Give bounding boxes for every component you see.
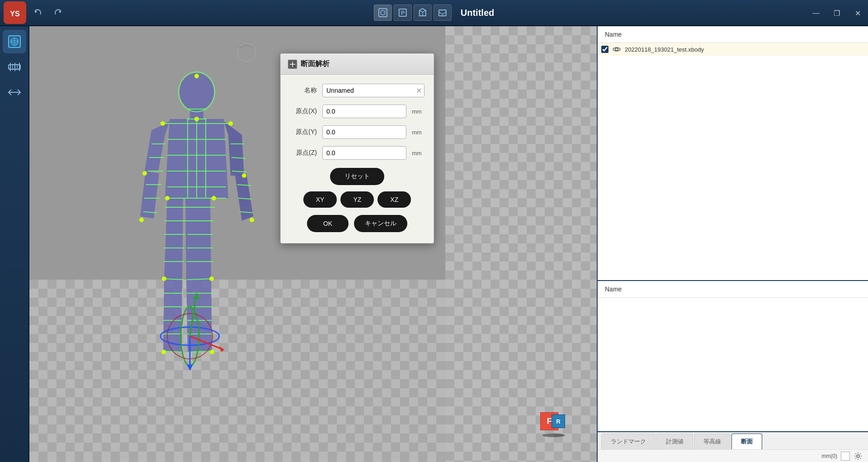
dialog-name-label: 名称 bbox=[290, 86, 317, 95]
sidebar-item-measurements[interactable] bbox=[3, 55, 26, 79]
dialog-origin-z-label: 原点(Z) bbox=[290, 149, 317, 157]
statusbar: mm(0) bbox=[598, 449, 868, 462]
svg-point-123 bbox=[165, 196, 170, 200]
sidebar-item-arrows[interactable] bbox=[3, 81, 26, 104]
title-tab-1[interactable] bbox=[374, 5, 392, 21]
svg-point-126 bbox=[209, 276, 214, 281]
status-unit-text: mm(0) bbox=[821, 453, 837, 459]
sidebar-item-3dview[interactable] bbox=[3, 30, 26, 53]
app-logo: YS bbox=[4, 1, 26, 24]
panel-item-name: 20220118_193021_test.xbody bbox=[625, 46, 704, 53]
redo-button[interactable] bbox=[50, 5, 66, 21]
reset-button[interactable]: リセット bbox=[330, 168, 384, 185]
svg-point-115 bbox=[194, 74, 199, 78]
title-tab-4[interactable] bbox=[434, 5, 452, 21]
undo-button[interactable] bbox=[30, 5, 46, 21]
dialog-origin-x-input[interactable] bbox=[323, 105, 406, 118]
svg-point-121 bbox=[242, 173, 246, 178]
bottom-tab-measurement[interactable]: 計測値 bbox=[656, 433, 693, 449]
svg-point-122 bbox=[250, 218, 254, 222]
status-color-box[interactable] bbox=[841, 452, 850, 461]
title-tab-2[interactable] bbox=[394, 5, 412, 21]
title-tabs bbox=[374, 5, 452, 21]
panel-item-checkbox[interactable] bbox=[601, 46, 609, 53]
svg-point-124 bbox=[212, 196, 216, 200]
panel-bottom-header: Name bbox=[598, 281, 868, 298]
main-content: F R 断面解析 名称 ✕ bbox=[0, 26, 868, 462]
ok-button[interactable]: OK bbox=[307, 215, 349, 232]
dialog-origin-y-label: 原点(Y) bbox=[290, 128, 317, 136]
window-controls: — ❐ ✕ bbox=[806, 0, 868, 26]
fr-cube-right-face: R bbox=[552, 414, 565, 428]
dialog-origin-x-unit: mm bbox=[412, 108, 425, 115]
status-settings-icon[interactable] bbox=[854, 452, 863, 461]
panel-bottom-section: Name ランドマーク計測値等高線断面 mm(0) bbox=[598, 281, 868, 462]
cancel-button[interactable]: キャンセル bbox=[354, 215, 407, 232]
bottom-tab-landmark[interactable]: ランドマーク bbox=[601, 433, 656, 449]
app-title: Untitled bbox=[461, 8, 494, 18]
dialog-name-row: 名称 ✕ bbox=[281, 80, 434, 101]
panel-item-row[interactable]: 20220118_193021_test.xbody bbox=[598, 43, 868, 56]
svg-point-142 bbox=[615, 48, 618, 51]
dialog-origin-z-unit: mm bbox=[412, 150, 425, 157]
right-panel: Name 20220118_193021_test.xbody Name bbox=[597, 26, 868, 462]
fr-cube-shadow bbox=[542, 433, 565, 437]
dialog-origin-z-row: 原点(Z) ✕ mm bbox=[281, 143, 434, 163]
xy-button[interactable]: XY bbox=[303, 191, 337, 208]
svg-point-125 bbox=[162, 276, 166, 281]
dialog-panel: 断面解析 名称 ✕ 原点(X) ✕ mm 原点( bbox=[280, 53, 434, 243]
svg-point-128 bbox=[210, 350, 214, 354]
svg-point-3 bbox=[381, 10, 385, 15]
viewport[interactable]: F R 断面解析 名称 ✕ bbox=[29, 26, 597, 462]
dialog-action-row: OK キャンセル bbox=[281, 211, 434, 234]
svg-rect-2 bbox=[379, 9, 387, 17]
svg-point-143 bbox=[857, 455, 859, 457]
svg-point-120 bbox=[139, 218, 144, 222]
dialog-name-clear-button[interactable]: ✕ bbox=[413, 85, 424, 96]
dialog-title: 断面解析 bbox=[301, 59, 330, 69]
bottom-tab-contour[interactable]: 等高線 bbox=[694, 433, 731, 449]
dialog-origin-z-input-wrap: ✕ bbox=[322, 146, 406, 160]
dialog-origin-x-label: 原点(X) bbox=[290, 107, 317, 115]
dialog-header-icon bbox=[288, 60, 297, 69]
title-tab-3[interactable] bbox=[414, 5, 432, 21]
titlebar: YS bbox=[0, 0, 868, 26]
dialog-name-input-wrap: ✕ bbox=[322, 84, 425, 97]
svg-point-116 bbox=[194, 117, 199, 121]
svg-point-118 bbox=[228, 121, 233, 126]
xz-button[interactable]: XZ bbox=[377, 191, 411, 208]
panel-eye-icon[interactable] bbox=[612, 45, 621, 54]
yz-button[interactable]: YZ bbox=[340, 191, 374, 208]
panel-bottom-content bbox=[598, 298, 868, 431]
svg-rect-68 bbox=[29, 280, 445, 461]
dialog-name-input[interactable] bbox=[323, 84, 413, 97]
dialog-origin-y-input-wrap: ✕ bbox=[322, 125, 406, 139]
sidebar bbox=[0, 26, 29, 462]
dialog-reset-row: リセット bbox=[281, 163, 434, 188]
panel-top-header: Name bbox=[598, 26, 868, 43]
fr-cube: F R bbox=[540, 412, 565, 437]
panel-bottom-header-title: Name bbox=[605, 286, 622, 293]
dialog-origin-y-row: 原点(Y) ✕ mm bbox=[281, 122, 434, 143]
dialog-origin-z-input[interactable] bbox=[323, 147, 406, 159]
svg-point-127 bbox=[161, 350, 166, 354]
title-center: Untitled bbox=[374, 5, 494, 21]
dialog-origin-x-row: 原点(X) ✕ mm bbox=[281, 101, 434, 122]
panel-top-header-title: Name bbox=[605, 31, 622, 38]
svg-point-119 bbox=[142, 171, 147, 176]
dialog-origin-y-input[interactable] bbox=[323, 126, 406, 138]
dialog-origin-x-input-wrap: ✕ bbox=[322, 105, 406, 118]
svg-point-69 bbox=[179, 73, 214, 111]
svg-point-117 bbox=[160, 121, 165, 126]
dialog-origin-y-unit: mm bbox=[412, 129, 425, 136]
svg-text:YS: YS bbox=[10, 10, 20, 18]
bottom-tab-section[interactable]: 断面 bbox=[731, 433, 762, 449]
dialog-header: 断面解析 bbox=[281, 54, 434, 75]
minimize-button[interactable]: — bbox=[806, 0, 826, 26]
maximize-button[interactable]: ❐ bbox=[826, 0, 847, 26]
bottom-tabs: ランドマーク計測値等高線断面 bbox=[598, 431, 868, 449]
panel-top-section: Name 20220118_193021_test.xbody bbox=[598, 26, 868, 281]
dialog-plane-row: XY YZ XZ bbox=[281, 188, 434, 211]
close-button[interactable]: ✕ bbox=[847, 0, 868, 26]
